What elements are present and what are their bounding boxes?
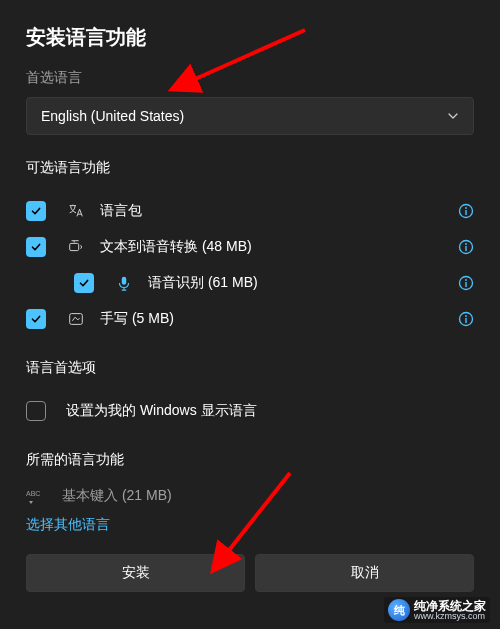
feature-label: 语言包: [100, 202, 458, 220]
set-display-language-checkbox[interactable]: [26, 401, 46, 421]
feature-tts: 文本到语音转换 (48 MB): [26, 229, 474, 265]
tts-icon: [66, 237, 86, 257]
svg-point-9: [465, 279, 467, 281]
basic-typing-label: 基本键入 (21 MB): [62, 487, 172, 505]
dialog-title: 安装语言功能: [26, 24, 474, 51]
set-display-language-label: 设置为我的 Windows 显示语言: [66, 402, 257, 420]
optional-features-heading: 可选语言功能: [26, 159, 474, 177]
basic-typing-icon: ABC: [26, 487, 48, 505]
feature-language-pack: 语言包: [26, 193, 474, 229]
info-icon[interactable]: [458, 275, 474, 291]
install-language-dialog: 安装语言功能 首选语言 English (United States) 可选语言…: [0, 0, 500, 554]
required-basic-typing: ABC 基本键入 (21 MB): [26, 485, 474, 515]
feature-label: 语音识别 (61 MB): [148, 274, 458, 292]
watermark-text-url: www.kzmsys.com: [414, 612, 486, 621]
set-display-language-row: 设置为我的 Windows 显示语言: [26, 393, 474, 429]
chevron-down-icon: [447, 110, 459, 122]
info-icon[interactable]: [458, 311, 474, 327]
watermark: 纯 纯净系统之家 www.kzmsys.com: [384, 597, 490, 623]
svg-rect-7: [122, 277, 127, 285]
svg-point-1: [465, 207, 467, 209]
svg-point-5: [465, 243, 467, 245]
svg-text:ABC: ABC: [26, 490, 40, 497]
info-icon[interactable]: [458, 203, 474, 219]
feature-tts-checkbox[interactable]: [26, 237, 46, 257]
svg-rect-2: [465, 210, 466, 215]
mic-icon: [114, 273, 134, 293]
info-icon[interactable]: [458, 239, 474, 255]
cancel-button[interactable]: 取消: [255, 554, 474, 592]
preferred-language-dropdown[interactable]: English (United States): [26, 97, 474, 135]
watermark-text-cn: 纯净系统之家: [414, 600, 486, 612]
feature-handwriting-checkbox[interactable]: [26, 309, 46, 329]
install-button[interactable]: 安装: [26, 554, 245, 592]
preferred-language-value: English (United States): [41, 108, 184, 124]
watermark-logo-icon: 纯: [388, 599, 410, 621]
svg-rect-3: [70, 243, 79, 250]
svg-rect-6: [465, 246, 466, 251]
handwriting-icon: [66, 309, 86, 329]
feature-speech-checkbox[interactable]: [74, 273, 94, 293]
svg-point-13: [465, 315, 467, 317]
language-prefs-heading: 语言首选项: [26, 359, 474, 377]
feature-label: 手写 (5 MB): [100, 310, 458, 328]
required-features-heading: 所需的语言功能: [26, 451, 474, 469]
svg-rect-14: [465, 318, 466, 323]
language-pack-icon: [66, 201, 86, 221]
preferred-language-label: 首选语言: [26, 69, 474, 87]
feature-label: 文本到语音转换 (48 MB): [100, 238, 458, 256]
feature-language-pack-checkbox[interactable]: [26, 201, 46, 221]
choose-other-language-link[interactable]: 选择其他语言: [26, 516, 110, 534]
feature-handwriting: 手写 (5 MB): [26, 301, 474, 337]
svg-rect-11: [70, 314, 83, 325]
optional-features-list: 语言包 文本到语音转换 (48 MB): [26, 193, 474, 337]
svg-rect-10: [465, 282, 466, 287]
feature-speech: 语音识别 (61 MB): [26, 265, 474, 301]
